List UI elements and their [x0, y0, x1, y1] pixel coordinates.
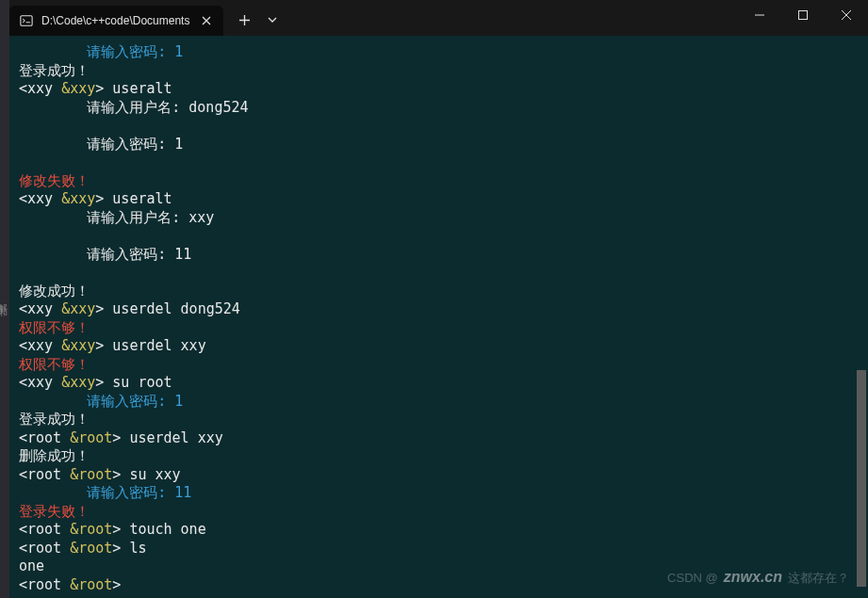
terminal-text: <root	[19, 521, 70, 538]
terminal-line: 请输入密码: 1	[19, 393, 859, 412]
terminal-text	[19, 227, 27, 244]
terminal-text: <root	[19, 429, 70, 446]
terminal-line: 请输入密码: 1	[19, 136, 859, 154]
terminal-output[interactable]: 请输入密码: 1登录成功！<xxy &xxy> useralt 请输入用户名: …	[9, 36, 868, 598]
terminal-text: &root	[70, 429, 112, 446]
terminal-line: 登录成功！	[19, 411, 859, 429]
terminal-text: <xxy	[19, 300, 61, 317]
watermark-csdn: CSDN @	[667, 571, 718, 585]
terminal-line: <root &root> userdel xxy	[19, 429, 859, 448]
terminal-line: 请输入用户名: xxy	[19, 209, 859, 228]
terminal-text: > ls	[112, 540, 146, 557]
terminal-text: <xxy	[19, 190, 61, 207]
terminal-text: <root	[19, 540, 70, 557]
terminal-text: 请输入用户名: xxy	[19, 209, 214, 226]
watermark-site: znwx.cn	[724, 569, 782, 586]
terminal-text: >	[112, 576, 121, 593]
terminal-line: 权限不够！	[19, 319, 859, 338]
terminal-text	[19, 117, 27, 134]
svg-rect-1	[799, 11, 808, 20]
terminal-text: &xxy	[61, 374, 95, 391]
terminal-text: 请输入密码: 11	[19, 484, 191, 501]
terminal-text: 登录成功！	[19, 62, 90, 79]
tab-dropdown-button[interactable]	[259, 5, 286, 35]
terminal-text: 请输入密码: 1	[19, 393, 183, 410]
terminal-text: 权限不够！	[19, 319, 90, 336]
svg-rect-0	[21, 16, 32, 26]
tab-close-button[interactable]	[197, 11, 216, 30]
scrollbar-thumb[interactable]	[857, 370, 866, 587]
terminal-line	[19, 117, 859, 136]
terminal-line: <root &root> ls	[19, 540, 859, 558]
terminal-text: > userdel xxy	[112, 429, 222, 446]
watermark-text: 这都存在？	[788, 570, 849, 587]
close-button[interactable]	[825, 0, 868, 30]
terminal-text: > userdel dong524	[95, 300, 240, 317]
terminal-text: 请输入密码: 1	[19, 43, 183, 60]
terminal-line: 请输入密码: 11	[19, 484, 859, 503]
terminal-text: &root	[70, 466, 112, 483]
terminal-text: > useralt	[95, 80, 172, 97]
maximize-button[interactable]	[781, 0, 825, 30]
terminal-line	[19, 154, 859, 172]
titlebar: D:\Code\c++code\Documents	[9, 0, 868, 36]
terminal-text: &xxy	[61, 80, 95, 97]
terminal-text: &xxy	[61, 300, 95, 317]
terminal-line: 请输入用户名: dong524	[19, 99, 859, 118]
terminal-text: one	[19, 558, 44, 574]
terminal-text: > userdel xxy	[95, 337, 205, 354]
terminal-icon	[19, 13, 34, 28]
terminal-line: <root &root> touch one	[19, 521, 859, 540]
terminal-text: &root	[70, 521, 112, 538]
terminal-window: D:\Code\c++code\Documents 请输入密码: 1登录成功！<…	[9, 0, 868, 598]
terminal-text: &xxy	[61, 337, 95, 354]
terminal-line: <xxy &xxy> useralt	[19, 190, 859, 209]
terminal-line: 删除成功！	[19, 447, 859, 466]
tab-title: D:\Code\c++code\Documents	[41, 14, 189, 27]
terminal-line	[19, 264, 859, 283]
terminal-line: 请输入密码: 11	[19, 246, 859, 265]
terminal-text: 请输入密码: 11	[19, 246, 191, 263]
terminal-text: <xxy	[19, 80, 61, 97]
active-tab[interactable]: D:\Code\c++code\Documents	[9, 6, 223, 36]
terminal-text: 修改成功！	[19, 283, 90, 299]
terminal-text: > touch one	[112, 521, 205, 538]
terminal-line	[19, 227, 859, 246]
terminal-text: 登录成功！	[19, 411, 90, 428]
terminal-text: &root	[70, 540, 112, 557]
terminal-text: > su root	[95, 374, 172, 391]
terminal-text: 删除成功！	[19, 447, 90, 464]
terminal-line: 权限不够！	[19, 356, 859, 375]
terminal-text: > useralt	[95, 190, 172, 207]
terminal-line: 请输入密码: 1	[19, 43, 859, 62]
window-controls	[738, 0, 868, 30]
watermark: CSDN @ znwx.cn 这都存在？	[667, 569, 849, 587]
terminal-line: <xxy &xxy> userdel dong524	[19, 300, 859, 319]
terminal-text: 请输入用户名: dong524	[19, 99, 249, 116]
editor-left-edge: 解 和	[0, 0, 9, 598]
terminal-text	[19, 264, 27, 281]
terminal-line: 修改失败！	[19, 172, 859, 191]
minimize-button[interactable]	[738, 0, 781, 30]
terminal-text: &xxy	[61, 190, 95, 207]
terminal-text: 登录失败！	[19, 503, 90, 520]
terminal-line: 登录成功！	[19, 62, 859, 81]
terminal-line: <xxy &xxy> useralt	[19, 80, 859, 99]
terminal-text: 请输入密码: 1	[19, 136, 183, 153]
terminal-text: <xxy	[19, 337, 61, 354]
terminal-text: <root	[19, 466, 70, 483]
terminal-text: <xxy	[19, 374, 61, 391]
terminal-text: &root	[70, 576, 112, 593]
terminal-text	[19, 154, 27, 170]
terminal-text: 修改失败！	[19, 172, 90, 189]
terminal-line: 登录失败！	[19, 503, 859, 522]
terminal-line: 修改成功！	[19, 283, 859, 301]
terminal-line: <root &root> su xxy	[19, 466, 859, 485]
scrollbar[interactable]	[855, 36, 868, 598]
new-tab-button[interactable]	[229, 5, 259, 35]
terminal-text: > su xxy	[112, 466, 180, 483]
terminal-line: <xxy &xxy> userdel xxy	[19, 337, 859, 356]
terminal-line: <xxy &xxy> su root	[19, 374, 859, 393]
terminal-text: 权限不够！	[19, 356, 90, 373]
terminal-text: <root	[19, 576, 70, 593]
